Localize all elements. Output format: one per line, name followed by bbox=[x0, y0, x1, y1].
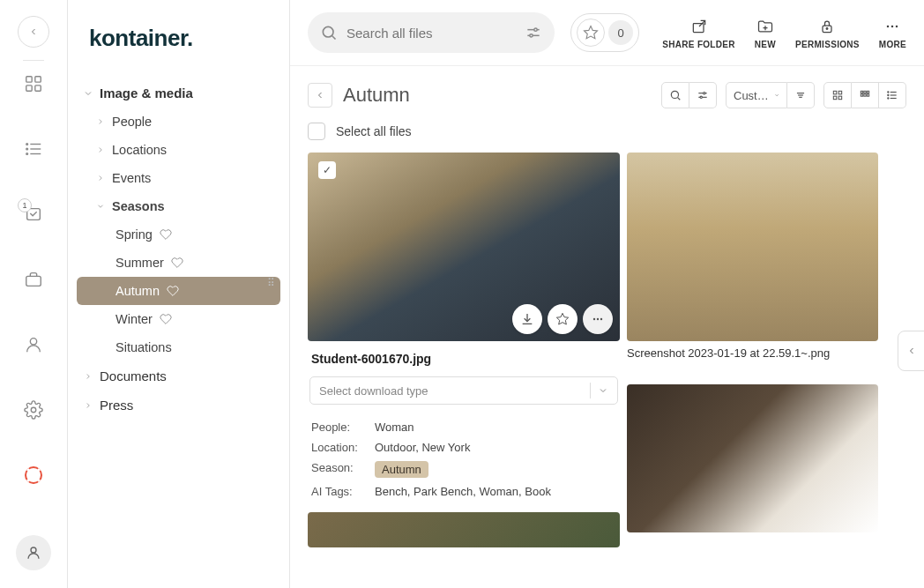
top-bar: 0 SHARE FOLDER NEW PERMISSIONS MORE bbox=[290, 0, 924, 66]
select-all-label: Select all files bbox=[336, 124, 412, 138]
svg-rect-28 bbox=[693, 23, 704, 32]
tree-item-events[interactable]: Events bbox=[77, 164, 280, 192]
meta-label: People: bbox=[311, 421, 366, 434]
svg-marker-61 bbox=[556, 313, 568, 324]
heart-icon[interactable] bbox=[160, 228, 172, 241]
help-icon[interactable] bbox=[23, 465, 44, 486]
new-button[interactable]: NEW bbox=[755, 17, 776, 49]
new-folder-icon bbox=[756, 17, 774, 36]
more-options-button[interactable] bbox=[583, 304, 613, 334]
list-icon[interactable] bbox=[23, 138, 44, 160]
heart-icon[interactable] bbox=[171, 257, 183, 269]
tree-item-documents[interactable]: Documents bbox=[77, 361, 280, 391]
svg-line-17 bbox=[36, 478, 40, 481]
filter-icon[interactable] bbox=[525, 24, 542, 41]
svg-point-21 bbox=[323, 26, 333, 37]
svg-rect-50 bbox=[864, 91, 866, 93]
tree-item-locations[interactable]: Locations bbox=[77, 136, 280, 164]
svg-line-22 bbox=[332, 36, 336, 40]
meta-tag: Autumn bbox=[375, 461, 428, 478]
svg-rect-0 bbox=[26, 77, 32, 82]
grid-view-button[interactable] bbox=[823, 82, 852, 108]
svg-point-12 bbox=[30, 339, 36, 345]
dashboard-icon[interactable] bbox=[23, 73, 44, 94]
select-all-checkbox[interactable] bbox=[308, 123, 325, 140]
download-placeholder: Select download type bbox=[319, 384, 428, 398]
chevron-down-icon bbox=[598, 385, 608, 396]
share-folder-button[interactable]: SHARE FOLDER bbox=[662, 17, 735, 49]
share-icon bbox=[690, 17, 708, 36]
account-avatar[interactable] bbox=[16, 535, 51, 570]
svg-line-19 bbox=[36, 469, 40, 473]
search-in-folder-button[interactable] bbox=[661, 82, 689, 108]
chevron-right-icon bbox=[94, 174, 107, 182]
favorites-pill[interactable]: 0 bbox=[570, 13, 639, 52]
svg-point-9 bbox=[26, 153, 28, 155]
permissions-button[interactable]: PERMISSIONS bbox=[795, 17, 860, 49]
heart-icon[interactable] bbox=[167, 285, 179, 297]
meta-label: AI Tags: bbox=[311, 485, 366, 498]
chevron-right-icon bbox=[94, 117, 107, 126]
back-button[interactable] bbox=[308, 83, 332, 108]
tree-label: Seasons bbox=[112, 199, 165, 213]
settings-icon[interactable] bbox=[23, 399, 44, 421]
user-icon[interactable] bbox=[23, 334, 44, 355]
filter-button[interactable] bbox=[689, 82, 717, 108]
briefcase-icon[interactable] bbox=[23, 269, 44, 290]
svg-point-34 bbox=[891, 25, 894, 27]
tree-item-situations[interactable]: Situations bbox=[77, 333, 280, 361]
sort-direction-button[interactable] bbox=[787, 82, 815, 108]
download-button[interactable] bbox=[512, 304, 542, 334]
tree-item-spring[interactable]: Spring bbox=[77, 220, 280, 249]
more-icon bbox=[883, 17, 901, 36]
tree-item-winter[interactable]: Winter bbox=[77, 305, 280, 333]
search-input[interactable] bbox=[346, 26, 516, 41]
chevron-right-icon bbox=[82, 372, 94, 381]
tree-label: Autumn bbox=[116, 284, 160, 298]
svg-line-18 bbox=[27, 478, 31, 481]
action-label: NEW bbox=[755, 40, 776, 49]
svg-point-15 bbox=[30, 472, 37, 479]
favorite-button[interactable] bbox=[548, 304, 578, 334]
drag-handle-icon[interactable]: ⠿ bbox=[267, 277, 275, 289]
tree-root-image-media[interactable]: Image & media bbox=[77, 78, 280, 108]
star-icon bbox=[577, 19, 605, 47]
tree-label: Locations bbox=[112, 143, 167, 157]
inbox-icon[interactable]: 1 bbox=[23, 204, 44, 225]
panel-toggle-button[interactable] bbox=[898, 331, 924, 371]
thumbnail[interactable] bbox=[308, 512, 620, 547]
tree-item-people[interactable]: People bbox=[77, 108, 280, 136]
logo: kontainer. bbox=[77, 18, 280, 78]
svg-rect-52 bbox=[861, 94, 862, 96]
sort-select[interactable]: Cust… bbox=[726, 82, 787, 108]
svg-point-33 bbox=[887, 25, 890, 27]
tree-item-autumn[interactable]: Autumn bbox=[77, 277, 280, 305]
thumbnail[interactable] bbox=[627, 153, 878, 341]
meta-value: Woman bbox=[375, 421, 414, 434]
file-name: Screenshot 2023-01-19 at 22.59.1~.png bbox=[627, 341, 878, 365]
file-card[interactable]: ✓ Student-6001670.jpg Select download ty… bbox=[308, 153, 620, 547]
tree-item-summer[interactable]: Summer bbox=[77, 249, 280, 277]
nav-rail: 1 bbox=[0, 0, 68, 588]
thumbnail[interactable] bbox=[627, 384, 878, 532]
download-type-select[interactable]: Select download type bbox=[309, 376, 618, 405]
file-card[interactable]: Screenshot 2023-01-19 at 22.59.1~.png bbox=[627, 153, 878, 547]
svg-point-7 bbox=[26, 144, 28, 145]
tree-item-seasons[interactable]: Seasons bbox=[77, 192, 280, 220]
svg-rect-3 bbox=[35, 86, 41, 91]
small-grid-view-button[interactable] bbox=[852, 82, 879, 108]
svg-point-35 bbox=[896, 25, 898, 27]
search-input-wrapper[interactable] bbox=[308, 12, 555, 53]
chevron-right-icon bbox=[94, 145, 107, 154]
tree-item-press[interactable]: Press bbox=[77, 391, 280, 420]
thumbnail[interactable]: ✓ bbox=[308, 153, 620, 341]
list-view-button[interactable] bbox=[879, 82, 906, 108]
svg-marker-27 bbox=[585, 26, 598, 39]
heart-icon[interactable] bbox=[160, 313, 172, 325]
file-checkbox-checked[interactable]: ✓ bbox=[318, 161, 336, 179]
more-button[interactable]: MORE bbox=[879, 17, 906, 49]
svg-point-60 bbox=[888, 98, 889, 99]
rail-back-button[interactable] bbox=[18, 16, 49, 48]
svg-point-59 bbox=[888, 94, 889, 95]
file-name: Student-6001670.jpg bbox=[309, 352, 618, 366]
